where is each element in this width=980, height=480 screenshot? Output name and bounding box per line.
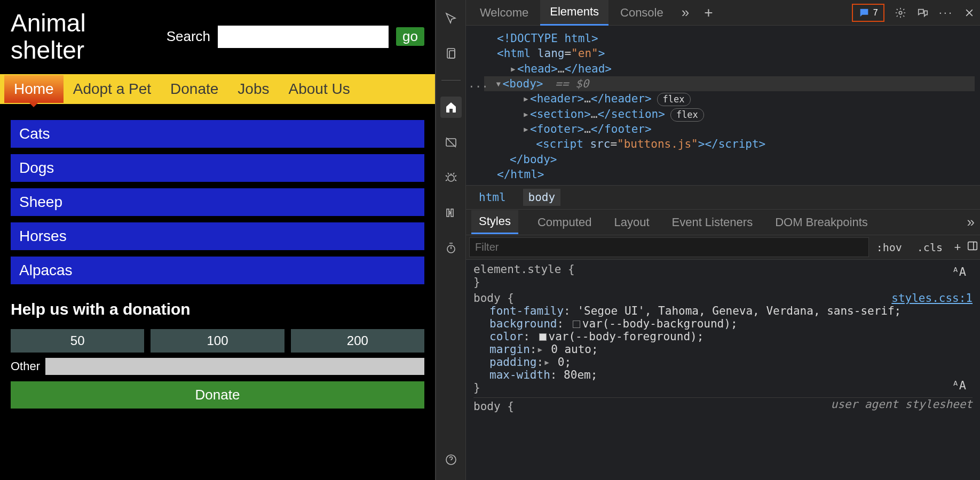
expand-icon[interactable]: ▸ bbox=[543, 356, 551, 369]
settings-icon[interactable] bbox=[894, 6, 907, 19]
issues-badge[interactable]: 7 bbox=[852, 4, 884, 22]
dom-html-open[interactable]: <html bbox=[497, 47, 538, 60]
stab-dom-breakpoints[interactable]: DOM Breakpoints bbox=[772, 211, 871, 234]
search-input[interactable] bbox=[218, 26, 389, 48]
stab-computed[interactable]: Computed bbox=[534, 211, 595, 234]
help-icon[interactable] bbox=[440, 449, 462, 470]
dom-script[interactable]: <script bbox=[536, 138, 590, 150]
category-horses[interactable]: Horses bbox=[11, 222, 424, 250]
element-style-selector[interactable]: element.style { bbox=[473, 263, 973, 276]
dom-tree[interactable]: <!DOCTYPE html> <html lang="en"> ▸<head>… bbox=[466, 26, 980, 185]
hov-toggle[interactable]: :hov bbox=[869, 241, 910, 254]
issues-count: 7 bbox=[873, 8, 878, 18]
nav-about[interactable]: About Us bbox=[279, 75, 360, 103]
donate-button[interactable]: Donate bbox=[11, 381, 424, 409]
stab-event-listeners[interactable]: Event Listeners bbox=[669, 211, 756, 234]
category-list: Cats Dogs Sheep Horses Alpacas bbox=[0, 104, 435, 290]
expand-icon[interactable]: ▸ bbox=[537, 343, 544, 356]
dom-doctype[interactable]: <!DOCTYPE html> bbox=[497, 32, 598, 45]
site-title: Animal shelter bbox=[11, 10, 117, 63]
donation-amount-100[interactable]: 100 bbox=[151, 329, 284, 353]
svg-rect-9 bbox=[968, 242, 977, 250]
dom-head[interactable]: <head> bbox=[517, 62, 558, 75]
flex-badge[interactable]: flex bbox=[657, 93, 691, 106]
dom-html-close[interactable]: </html> bbox=[497, 168, 544, 181]
tabs-overflow-icon[interactable]: » bbox=[675, 4, 696, 21]
donation-section: Help us with a donation 50 100 200 Other… bbox=[0, 290, 435, 419]
styles-filter-bar: :hov .cls + bbox=[466, 235, 980, 260]
css-declaration[interactable]: margin:▸ 0 auto; bbox=[473, 343, 973, 356]
feedback-icon[interactable] bbox=[916, 6, 929, 19]
dom-section[interactable]: <section> bbox=[530, 108, 591, 121]
dom-header[interactable]: <header> bbox=[530, 92, 584, 105]
close-devtools-icon[interactable] bbox=[963, 6, 976, 19]
device-icon[interactable] bbox=[440, 43, 462, 64]
home-icon[interactable] bbox=[440, 97, 462, 118]
activity-bar bbox=[436, 0, 466, 480]
css-declaration[interactable]: max-width: 80em; bbox=[473, 369, 973, 381]
search-go-button[interactable]: go bbox=[396, 27, 424, 46]
dom-body-close[interactable]: </body> bbox=[510, 153, 557, 166]
flex-badge[interactable]: flex bbox=[670, 108, 704, 122]
crumb-body[interactable]: body bbox=[523, 189, 561, 206]
color-swatch[interactable] bbox=[539, 333, 547, 341]
panel-toggle-icon[interactable] bbox=[965, 240, 980, 255]
styles-rules[interactable]: ᴬA element.style { } styles.css:1 body {… bbox=[466, 260, 980, 480]
search-label: Search bbox=[167, 28, 210, 45]
category-sheep[interactable]: Sheep bbox=[11, 188, 424, 216]
nav-donate[interactable]: Donate bbox=[161, 75, 228, 103]
svg-rect-4 bbox=[447, 209, 449, 217]
stab-layout[interactable]: Layout bbox=[611, 211, 652, 234]
stab-styles[interactable]: Styles bbox=[471, 210, 518, 234]
donation-other-input[interactable] bbox=[45, 358, 424, 375]
expand-icon[interactable]: ▸ bbox=[523, 122, 530, 137]
category-dogs[interactable]: Dogs bbox=[11, 154, 424, 182]
crumb-html[interactable]: html bbox=[473, 189, 511, 206]
expand-icon[interactable]: ▸ bbox=[523, 91, 530, 106]
more-menu-icon[interactable]: ··· bbox=[939, 6, 953, 20]
tab-console[interactable]: Console bbox=[611, 1, 673, 25]
tab-add-icon[interactable]: + bbox=[698, 4, 719, 21]
svg-point-3 bbox=[448, 175, 454, 181]
nav-home[interactable]: Home bbox=[4, 75, 64, 103]
add-rule-icon[interactable]: + bbox=[950, 241, 965, 254]
css-declaration[interactable]: color: var(--body-foreground); bbox=[473, 330, 973, 343]
styles-tabstrip: Styles Computed Layout Event Listeners D… bbox=[466, 210, 980, 235]
nav-adopt[interactable]: Adopt a Pet bbox=[64, 75, 161, 103]
image-off-icon[interactable] bbox=[440, 132, 462, 153]
css-declaration[interactable]: font-family: 'Segoe UI', Tahoma, Geneva,… bbox=[473, 305, 973, 317]
donation-other-row: Other bbox=[11, 358, 424, 375]
expand-icon[interactable]: ▸ bbox=[523, 107, 530, 122]
bug-icon[interactable] bbox=[440, 167, 462, 188]
font-size-icon[interactable]: ᴬA bbox=[952, 379, 967, 392]
network-icon[interactable] bbox=[440, 202, 462, 223]
nav-jobs[interactable]: Jobs bbox=[228, 75, 279, 103]
css-declaration[interactable]: background: var(--body-background); bbox=[473, 317, 973, 330]
styles-filter-input[interactable] bbox=[469, 237, 869, 257]
donation-other-label: Other bbox=[11, 359, 40, 373]
color-swatch[interactable] bbox=[573, 321, 580, 328]
tab-elements[interactable]: Elements bbox=[540, 0, 608, 26]
stopwatch-icon[interactable] bbox=[440, 237, 462, 259]
svg-rect-0 bbox=[447, 49, 455, 58]
ua-stylesheet-label: user agent stylesheet bbox=[831, 398, 973, 411]
dom-footer[interactable]: <footer> bbox=[530, 123, 584, 135]
tab-welcome[interactable]: Welcome bbox=[470, 1, 538, 25]
inspect-icon[interactable] bbox=[440, 7, 462, 29]
dom-body[interactable]: <body> bbox=[503, 77, 543, 90]
svg-point-8 bbox=[899, 11, 902, 14]
styles-overflow-icon[interactable]: » bbox=[967, 214, 975, 230]
category-cats[interactable]: Cats bbox=[11, 120, 424, 148]
css-declaration[interactable]: padding:▸ 0; bbox=[473, 356, 973, 369]
font-size-icon[interactable]: ᴬA bbox=[952, 265, 967, 278]
donation-amount-50[interactable]: 50 bbox=[11, 329, 144, 353]
cls-toggle[interactable]: .cls bbox=[910, 241, 950, 254]
main-nav: Home Adopt a Pet Donate Jobs About Us bbox=[0, 74, 435, 104]
collapse-icon[interactable]: ▾ bbox=[495, 76, 503, 91]
source-link[interactable]: styles.css:1 bbox=[891, 292, 973, 305]
category-alpacas[interactable]: Alpacas bbox=[11, 257, 424, 284]
donation-amount-200[interactable]: 200 bbox=[291, 329, 424, 353]
svg-rect-1 bbox=[449, 51, 455, 58]
expand-icon[interactable]: ▸ bbox=[510, 61, 517, 76]
donation-amount-row: 50 100 200 bbox=[11, 329, 424, 353]
